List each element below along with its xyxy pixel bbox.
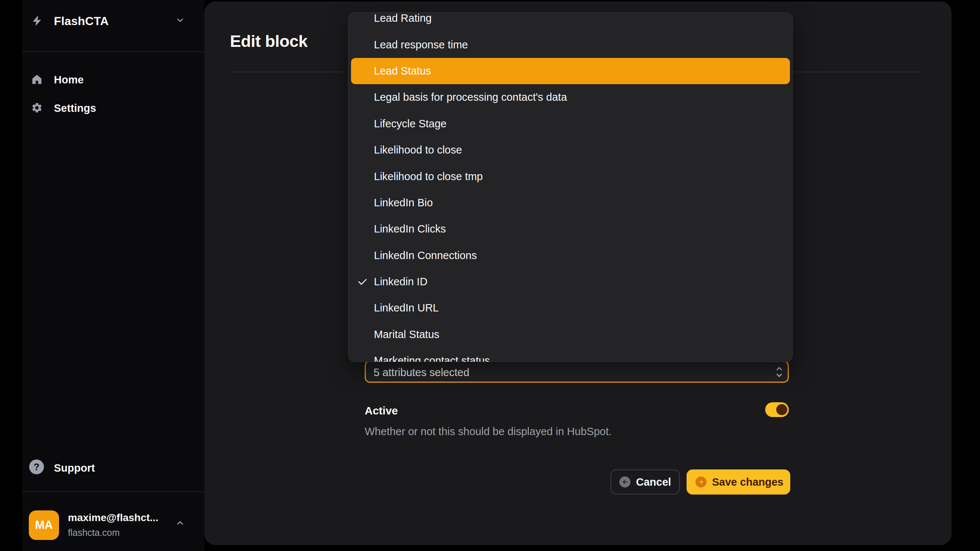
attributes-select-value: 5 attributes selected <box>374 367 469 379</box>
active-toggle[interactable] <box>765 402 789 417</box>
dropdown-item-label: Likelihood to close <box>374 144 462 156</box>
dropdown-item[interactable]: LinkedIn URL <box>351 295 790 321</box>
dropdown-item-label: LinkedIn URL <box>374 302 439 314</box>
dropdown-item[interactable]: Lead response time <box>351 31 790 57</box>
dropdown-item[interactable]: Lifecycle Stage <box>351 111 790 137</box>
arrow-left-icon <box>619 476 630 487</box>
dropdown-item[interactable]: LinkedIn Clicks <box>351 216 790 242</box>
gear-icon <box>31 102 43 114</box>
sidebar-item-support[interactable]: ? Support <box>22 456 205 479</box>
active-description: Whether or not this should be displayed … <box>365 426 612 438</box>
sidebar-divider-bottom <box>22 491 205 492</box>
help-question-icon: ? <box>29 459 44 474</box>
save-changes-button[interactable]: Save changes <box>687 470 790 495</box>
page-title: Edit block <box>230 32 307 51</box>
dropdown-item[interactable]: Lead Status <box>351 58 790 84</box>
dropdown-item-label: Likelihood to close tmp <box>374 170 483 183</box>
dropdown-item[interactable]: Linkedin ID <box>351 269 790 295</box>
lightning-bolt-icon <box>31 13 43 29</box>
sidebar-item-label: Support <box>54 462 95 474</box>
dropdown-item-label: Lead response time <box>374 39 468 51</box>
sidebar-item-settings[interactable]: Settings <box>22 96 205 119</box>
dropdown-item[interactable]: LinkedIn Bio <box>351 190 790 216</box>
toggle-knob <box>776 404 788 415</box>
dropdown-item[interactable]: LinkedIn Connections <box>351 243 790 269</box>
dropdown-item[interactable]: Marketing contact status <box>351 348 790 362</box>
dropdown-item[interactable]: Likelihood to close <box>351 137 790 163</box>
sidebar-item-home[interactable]: Home <box>22 68 205 91</box>
workspace-switcher[interactable]: FlashCTA <box>22 10 205 31</box>
sidebar-item-label: Settings <box>54 102 96 114</box>
dropdown-item-label: Linkedin ID <box>374 276 428 288</box>
dropdown-item-label: Legal basis for processing contact's dat… <box>374 91 567 103</box>
attributes-select[interactable]: 5 attributes selected <box>365 360 789 383</box>
chevron-down-icon <box>175 16 185 25</box>
dropdown-item-label: Lead Status <box>374 65 431 77</box>
dropdown-item-label: Lifecycle Stage <box>374 118 447 130</box>
cancel-button[interactable]: Cancel <box>611 470 680 495</box>
user-email: maxime@flashct... <box>68 512 158 524</box>
arrow-right-icon <box>695 476 706 487</box>
sidebar: FlashCTA Home Settings ? Support MA maxi… <box>22 0 205 551</box>
dropdown-item-label: Marketing contact status <box>374 355 490 362</box>
dropdown-item-label: Lead Rating <box>374 12 431 24</box>
dropdown-item-label: LinkedIn Connections <box>374 249 477 262</box>
dropdown-item[interactable]: Marital Status <box>351 321 790 348</box>
sidebar-divider-top <box>22 51 205 52</box>
active-label: Active <box>365 405 398 417</box>
dropdown-item-label: LinkedIn Clicks <box>374 223 446 235</box>
chevron-up-icon <box>175 518 185 528</box>
cancel-button-label: Cancel <box>636 476 671 488</box>
dropdown-item[interactable]: Likelihood to close tmp <box>351 163 790 189</box>
brand-name: FlashCTA <box>54 14 109 28</box>
save-button-label: Save changes <box>712 476 783 488</box>
attributes-dropdown-listbox: Lead RatingLead response timeLead Status… <box>348 12 793 362</box>
avatar: MA <box>29 510 59 540</box>
user-menu[interactable]: MA maxime@flashct... flashcta.com <box>22 505 205 545</box>
sidebar-item-label: Home <box>54 74 84 86</box>
check-icon <box>357 276 368 287</box>
select-updown-icon <box>775 366 784 378</box>
dropdown-item[interactable]: Legal basis for processing contact's dat… <box>351 84 790 110</box>
dropdown-item-label: LinkedIn Bio <box>374 197 433 209</box>
dropdown-item-label: Marital Status <box>374 329 439 341</box>
dropdown-item[interactable]: Lead Rating <box>351 12 790 31</box>
user-domain: flashcta.com <box>68 527 119 538</box>
home-icon <box>31 73 43 85</box>
dropdown-item-list: Lead RatingLead response timeLead Status… <box>348 12 792 362</box>
